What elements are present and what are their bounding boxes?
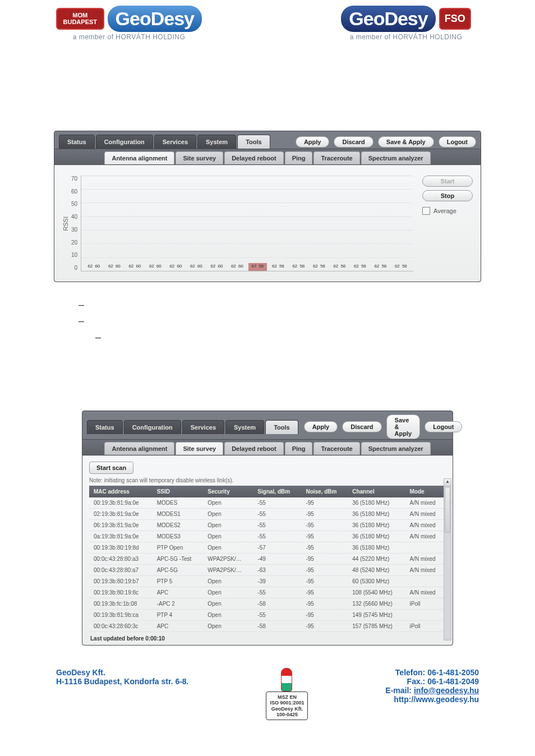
cell-sig: -55: [253, 587, 301, 598]
cell-sig: -55: [253, 497, 301, 509]
discard-button[interactable]: Discard: [342, 421, 381, 432]
table-row[interactable]: 00:19:3b:80:19:b7PTP 5Open-39-9560 (5300…: [89, 576, 446, 587]
subtab-delayed-reboot[interactable]: Delayed reboot: [224, 442, 283, 455]
scan-note: Note: initiating scan will temporary dis…: [89, 477, 446, 483]
col-header[interactable]: Noise, dBm: [301, 486, 348, 497]
stop-button[interactable]: Stop: [422, 190, 473, 201]
page-header: MOM BUDAPEST GeoDesy a member of HORVÁTH…: [0, 0, 535, 41]
subtab-ping[interactable]: Ping: [285, 442, 313, 455]
cell-sig: -55: [253, 520, 301, 531]
cell-mode: A/N mixed: [405, 531, 446, 542]
tab-configuration[interactable]: Configuration: [96, 135, 153, 149]
cell-ch: 60 (5300 MHz): [348, 576, 405, 587]
table-row[interactable]: 00:0c:43:28:80:a7APC-5GWPA2PSK/…-63-9548…: [89, 565, 446, 576]
cell-sig: -57: [253, 542, 301, 554]
subtab-spectrum-analyzer[interactable]: Spectrum analyzer: [361, 151, 431, 164]
discard-button[interactable]: Discard: [334, 136, 373, 147]
logout-button[interactable]: Logout: [439, 136, 476, 147]
save-apply-button[interactable]: Save & Apply: [378, 136, 434, 147]
tab-system[interactable]: System: [197, 135, 236, 149]
cell-ch: 36 (5180 MHz): [348, 531, 405, 542]
col-header[interactable]: Security: [203, 486, 253, 497]
cell-sig: -55: [253, 509, 301, 520]
ytick: 40: [71, 214, 77, 220]
cell-sig: -55: [253, 531, 301, 542]
logo-left: MOM BUDAPEST GeoDesy a member of HORVÁTH…: [56, 6, 202, 41]
table-row[interactable]: 00:19:3b:fc:1b:08-APC 2Open-58-95132 (56…: [89, 598, 446, 610]
cell-ch: 36 (5180 MHz): [348, 542, 405, 554]
table-row[interactable]: 02:19:3b:81:9a:0eMODES1Open-55-9536 (518…: [89, 509, 446, 520]
col-header[interactable]: Channel: [348, 486, 405, 497]
tab-services[interactable]: Services: [182, 420, 224, 434]
cell-ssid: APC: [153, 621, 204, 632]
apply-button[interactable]: Apply: [304, 421, 338, 432]
cell-ssid: APC: [153, 587, 204, 598]
table-row[interactable]: 00:19:3b:81:9b:caPTP 4Open-55-95149 (574…: [89, 610, 446, 621]
cell-sec: Open: [203, 598, 253, 610]
tab-tools[interactable]: Tools: [265, 420, 298, 434]
cell-noise: -95: [301, 610, 348, 621]
col-header[interactable]: Mode: [405, 486, 446, 497]
start-button[interactable]: Start: [422, 176, 473, 187]
logout-button[interactable]: Logout: [425, 421, 462, 432]
mid-notes: – – –: [79, 299, 535, 343]
table-row[interactable]: 0a:19:3b:81:9a:0eMODES3Open-55-9536 (518…: [89, 531, 446, 542]
subtab-antenna-alignment[interactable]: Antenna alignment: [104, 151, 174, 164]
scroll-up-icon[interactable]: ▲: [444, 479, 451, 486]
cell-sec: Open: [203, 610, 253, 621]
cell-ssid: -APC 2: [153, 598, 204, 610]
cell-noise: -95: [301, 542, 348, 554]
table-row[interactable]: 06:19:3b:81:9a:0eMODES2Open-55-9536 (518…: [89, 520, 446, 531]
cell-mac: 06:19:3b:81:9a:0e: [89, 520, 153, 531]
site-survey-panel: StatusConfigurationServicesSystemTools A…: [82, 411, 453, 646]
scroll-thumb[interactable]: [445, 487, 450, 533]
save-apply-button[interactable]: Save & Apply: [386, 414, 421, 439]
subtab-spectrum-analyzer[interactable]: Spectrum analyzer: [361, 442, 431, 455]
cell-mode: A/N mixed: [405, 565, 446, 576]
cell-ch: 36 (5180 MHz): [348, 520, 405, 531]
cell-ssid: PTP Open: [153, 542, 204, 554]
subtab-ping[interactable]: Ping: [285, 151, 313, 164]
subtab-antenna-alignment[interactable]: Antenna alignment: [104, 442, 174, 455]
cert-line: ISO 9001:2001: [270, 700, 304, 706]
subtab-traceroute[interactable]: Traceroute: [313, 151, 359, 164]
footer-email-link[interactable]: info@geodesy.hu: [414, 686, 479, 695]
tab-status[interactable]: Status: [59, 135, 95, 149]
subtab-delayed-reboot[interactable]: Delayed reboot: [224, 151, 283, 164]
tab-services[interactable]: Services: [154, 135, 196, 149]
logo-right: GeoDesy FSO a member of HORVÁTH HOLDING: [333, 6, 479, 41]
cell-mac: 0a:19:3b:81:9a:0e: [89, 531, 153, 542]
cert-line: 100-0425: [276, 712, 298, 717]
cell-mode: A/N mixed: [405, 497, 446, 509]
col-header[interactable]: SSID: [153, 486, 204, 497]
subtab-site-survey[interactable]: Site survey: [176, 442, 223, 455]
ytick: 70: [71, 176, 77, 182]
start-scan-button[interactable]: Start scan: [89, 462, 133, 474]
col-header[interactable]: Signal, dBm: [253, 486, 301, 497]
tab-tools[interactable]: Tools: [237, 135, 270, 149]
subtab-site-survey[interactable]: Site survey: [176, 151, 223, 164]
ytick: 20: [71, 239, 77, 246]
cert-badge: MSZ EN ISO 9001:2001 GeoDesy Kft. 100-04…: [262, 668, 312, 720]
scrollbar[interactable]: ▲: [444, 478, 451, 640]
apply-button[interactable]: Apply: [296, 136, 330, 147]
tab-configuration[interactable]: Configuration: [124, 420, 181, 434]
col-header[interactable]: MAC address: [89, 486, 153, 497]
cell-ch: 36 (5180 MHz): [348, 497, 405, 509]
footer-company: GeoDesy Kft.: [56, 668, 189, 677]
tab-system[interactable]: System: [225, 420, 264, 434]
cell-mode: [405, 576, 446, 587]
tab-status[interactable]: Status: [87, 420, 123, 434]
cell-mac: 00:19:3b:80:19:8c: [89, 587, 153, 598]
table-row[interactable]: 00:19:3b:81:9a:0eMODESOpen-55-9536 (5180…: [89, 497, 446, 509]
subtab-traceroute[interactable]: Traceroute: [313, 442, 359, 455]
cell-ch: 36 (5180 MHz): [348, 509, 405, 520]
average-checkbox[interactable]: [422, 207, 430, 215]
average-toggle[interactable]: Average: [422, 207, 473, 215]
table-row[interactable]: 00:19:3b:80:19:8dPTP OpenOpen-57-9536 (5…: [89, 542, 446, 554]
table-row[interactable]: 00:19:3b:80:19:8cAPCOpen-55-95108 (5540 …: [89, 587, 446, 598]
table-row[interactable]: 00:0c:43:28:80:a3APC-5G -TestWPA2PSK/…-4…: [89, 554, 446, 565]
cell-mac: 00:0c:43:28:80:a7: [89, 565, 153, 576]
table-row[interactable]: 00:0c:43:28:60:3cAPCOpen-58-95157 (5785 …: [89, 621, 446, 632]
cell-sig: -55: [253, 610, 301, 621]
